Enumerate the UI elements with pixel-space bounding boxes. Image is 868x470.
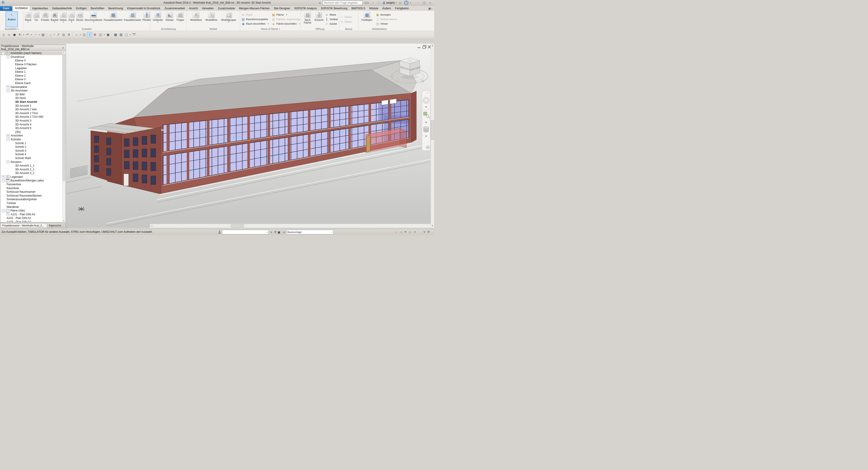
nach-flaeche-button[interactable]: Nach Fläche bbox=[302, 11, 313, 27]
tab-architektur[interactable]: Architektur bbox=[13, 6, 30, 11]
tree-item[interactable]: Lageplan bbox=[1, 66, 62, 70]
default-3d-view-icon[interactable] bbox=[74, 32, 79, 37]
search-input[interactable] bbox=[322, 1, 363, 5]
tree-item[interactable]: 3D-Ansicht 2 leer bbox=[1, 107, 62, 111]
tuer-button[interactable]: Tür bbox=[32, 11, 40, 27]
tree-item[interactable]: +A101 - Plan DIN A0 bbox=[1, 213, 62, 216]
user-interface-icon[interactable] bbox=[124, 32, 129, 37]
tree-item[interactable]: Ebene 1 bbox=[1, 70, 62, 74]
raum-beschriften-button[interactable]: Raum beschriften bbox=[241, 22, 270, 26]
revit-logo-icon[interactable]: R bbox=[0, 0, 6, 5]
3d-view[interactable]: O N RECHTS HINTEN OBEN × bbox=[66, 44, 434, 228]
background-processes-icon[interactable] bbox=[417, 230, 422, 234]
tree-item[interactable]: 3D-Ansicht 3 bbox=[1, 119, 62, 123]
tree-toggle[interactable]: − bbox=[2, 209, 5, 212]
tag-by-category-icon[interactable] bbox=[61, 32, 66, 37]
tree-item[interactable]: Ebene 0 bbox=[1, 59, 62, 63]
scroll-left-icon[interactable]: ‹ bbox=[151, 224, 152, 228]
tree-item[interactable]: 3D-Ansicht 3_1 bbox=[1, 171, 62, 175]
tab-module[interactable]: Module bbox=[367, 6, 380, 11]
search-icon[interactable] bbox=[364, 1, 369, 5]
select-links-icon[interactable] bbox=[394, 230, 398, 234]
design-option-select[interactable]: Basisvorlage∨ bbox=[286, 230, 334, 234]
pfosten-button[interactable]: Pfosten bbox=[142, 11, 151, 27]
tab-mengen-massen-flaechen[interactable]: Mengen-Massen-Flächen bbox=[237, 6, 272, 11]
tree-item[interactable]: {3D} bbox=[1, 130, 62, 134]
chevron-down-icon[interactable] bbox=[103, 34, 105, 36]
tree-toggle[interactable]: − bbox=[6, 89, 9, 92]
infocenter-collapse-icon[interactable] bbox=[319, 1, 321, 4]
tile-windows-icon[interactable] bbox=[113, 32, 118, 37]
tree-toggle[interactable]: − bbox=[6, 138, 9, 141]
tree-item[interactable]: Ebene 0 Flächen bbox=[1, 63, 62, 66]
close-button[interactable] bbox=[427, 1, 433, 5]
select-pinned-icon[interactable] bbox=[403, 230, 407, 234]
undo-icon[interactable] bbox=[25, 32, 30, 37]
tree-item[interactable]: 3D-Ansicht 5 bbox=[1, 126, 62, 130]
orbit-wheel-icon[interactable] bbox=[424, 127, 429, 132]
tree-item[interactable]: A102 - Plan DIN A1 bbox=[1, 216, 62, 220]
tab-sofistik-analysis[interactable]: SOFiSTiK Analysis bbox=[292, 6, 319, 11]
tab-sofistik-bewehrung[interactable]: SOFiSTiK Bewehrung bbox=[319, 6, 349, 11]
anzeigen-button[interactable]: Anzeigen bbox=[376, 13, 397, 17]
vertikal-oeffnung-button[interactable]: Vertikal bbox=[325, 17, 338, 22]
scroll-down-icon[interactable]: ∨ bbox=[62, 220, 65, 222]
tree-item[interactable]: +Legenden bbox=[1, 175, 62, 179]
vertical-scroll-thumb[interactable] bbox=[431, 120, 434, 139]
schacht-button[interactable]: Schacht bbox=[314, 11, 324, 27]
tab-site-designer[interactable]: Site Designer bbox=[272, 6, 292, 11]
project-browser-close-icon[interactable]: × bbox=[61, 46, 65, 49]
tree-item[interactable]: Sonderausstattungsliste bbox=[1, 198, 62, 201]
close-hidden-windows-icon[interactable] bbox=[92, 32, 97, 37]
viewer-button[interactable]: Viewer bbox=[376, 22, 397, 26]
gelaender-button[interactable]: Geländer bbox=[152, 11, 163, 27]
flaeche-button[interactable]: Fläche bbox=[272, 13, 301, 17]
favorites-star-icon[interactable] bbox=[376, 1, 381, 5]
modify-button[interactable]: Ändern bbox=[6, 11, 18, 27]
tree-item[interactable]: Ebene Dach bbox=[1, 81, 62, 85]
panel-label-erstellen[interactable]: Erstellen bbox=[24, 27, 150, 31]
tab-gebaeudetechnik[interactable]: Gebäudetechnik bbox=[50, 6, 74, 11]
chevron-down-icon[interactable] bbox=[129, 34, 131, 36]
gaube-button[interactable]: Gaube bbox=[325, 22, 338, 26]
drag-on-selection-icon[interactable] bbox=[413, 230, 417, 234]
dach-button[interactable]: Dach bbox=[68, 11, 75, 27]
tab-ingenieurbau[interactable]: Ingenieurbau bbox=[30, 6, 50, 11]
select-by-face-icon[interactable] bbox=[408, 230, 412, 234]
panel-label-auswaehlen[interactable]: Auswählen bbox=[0, 27, 23, 31]
tree-item[interactable]: 3D-Ansicht 2 TGA NW bbox=[1, 115, 62, 119]
fassadensystem-button[interactable]: Fassadensystem bbox=[103, 11, 123, 27]
navbar-close-icon[interactable]: × bbox=[427, 92, 428, 94]
help-icon[interactable]: ? bbox=[404, 1, 408, 5]
horizontal-scroll-thumb[interactable] bbox=[231, 224, 244, 227]
tree-item[interactable]: Raumliste bbox=[1, 186, 62, 190]
fassadenraster-button[interactable]: Fassadenraster bbox=[123, 11, 142, 27]
wand-oeffnung-button[interactable]: Wand bbox=[325, 13, 338, 17]
cascade-windows-icon[interactable] bbox=[105, 32, 111, 37]
browser-scrollbar[interactable]: ∧ ∨ bbox=[62, 51, 65, 222]
tree-item[interactable]: 3D-Ansicht 1 bbox=[1, 104, 62, 107]
tree-item[interactable]: Türliste bbox=[1, 201, 62, 205]
fenster-button[interactable]: Fenster bbox=[40, 11, 50, 27]
vertical-scrollbar[interactable]: ∧ ∨ bbox=[431, 44, 434, 228]
tree-item[interactable]: Schlüssel Raumnamen bbox=[1, 190, 62, 194]
design-options-icon[interactable] bbox=[277, 230, 281, 234]
tree-item[interactable]: Schnitt 4 bbox=[1, 153, 62, 156]
navigation-bar[interactable]: × bbox=[422, 90, 430, 150]
chevron-down-icon[interactable] bbox=[31, 34, 32, 36]
viewcube-west-label[interactable]: O bbox=[391, 74, 394, 78]
exchange-apps-cart-icon[interactable] bbox=[398, 1, 402, 5]
tree-item[interactable]: −Schnitte bbox=[1, 138, 62, 141]
tab-eigenschaften[interactable]: Eigenschaften bbox=[47, 224, 66, 228]
tree-toggle[interactable]: + bbox=[2, 175, 5, 178]
tab-datei[interactable]: Datei bbox=[0, 6, 12, 11]
tab-aendern[interactable]: Ändern bbox=[380, 6, 393, 11]
tree-item[interactable]: Ebene 2 bbox=[1, 74, 62, 78]
tab-berechnung[interactable]: Berechnung bbox=[106, 6, 125, 11]
chevron-down-icon[interactable] bbox=[23, 34, 25, 36]
panel-label-oeffnung[interactable]: Öffnung bbox=[301, 27, 339, 31]
tree-item[interactable]: −Bauteillisten/Mengen (alle) bbox=[1, 179, 62, 182]
tree-item[interactable]: Schnitt 2 bbox=[1, 145, 62, 149]
print-icon[interactable] bbox=[40, 32, 45, 37]
tree-toggle[interactable]: − bbox=[2, 52, 5, 55]
